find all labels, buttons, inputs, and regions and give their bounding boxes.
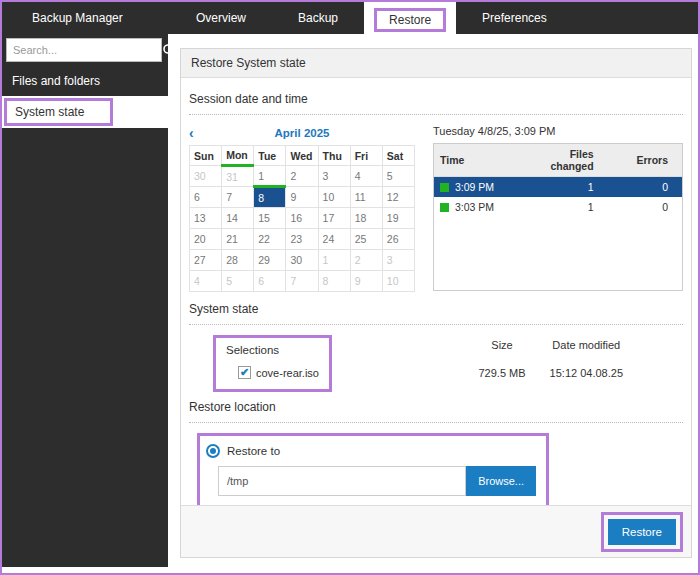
calendar-day-header: Tue xyxy=(254,146,286,166)
calendar-grid-body: 3031123456789101112131415161718192021222… xyxy=(190,166,415,292)
session-status-icon xyxy=(440,183,449,192)
sidebar-nav: Files and foldersSystem state xyxy=(2,66,168,128)
size-header: Size xyxy=(479,339,526,351)
calendar-day[interactable]: 3 xyxy=(382,250,414,271)
calendar-day[interactable]: 2 xyxy=(286,166,318,187)
calendar-day[interactable]: 10 xyxy=(382,271,414,292)
calendar-day[interactable]: 19 xyxy=(382,208,414,229)
calendar-day[interactable]: 13 xyxy=(190,208,222,229)
session-time: 3:09 PM xyxy=(434,177,533,198)
date-modified-value: 15:12 04.08.25 xyxy=(550,367,623,379)
restore-path-input[interactable] xyxy=(218,466,466,496)
restore-button[interactable]: Restore xyxy=(608,519,676,545)
calendar-day[interactable]: 1 xyxy=(254,166,286,187)
sessions-title: Tuesday 4/8/25, 3:09 PM xyxy=(433,125,683,137)
calendar-day[interactable]: 29 xyxy=(254,250,286,271)
section-session-title: Session date and time xyxy=(189,92,683,106)
calendar-day-header: Fri xyxy=(350,146,382,166)
calendar-day[interactable]: 8 xyxy=(254,187,286,208)
sidebar-item-files-and-folders[interactable]: Files and folders xyxy=(2,66,168,96)
app-window: Backup Manager OverviewBackupRestorePref… xyxy=(0,0,700,575)
tab-backup[interactable]: Backup xyxy=(272,2,364,34)
sidebar: Files and foldersSystem state xyxy=(2,34,168,567)
calendar-prev-icon[interactable]: ‹ xyxy=(189,125,209,141)
calendar-day[interactable]: 20 xyxy=(190,229,222,250)
calendar-day-header: Sun xyxy=(190,146,222,166)
calendar-day[interactable]: 18 xyxy=(350,208,382,229)
calendar-day[interactable]: 5 xyxy=(222,271,254,292)
calendar-day[interactable]: 5 xyxy=(382,166,414,187)
calendar-day[interactable]: 28 xyxy=(222,250,254,271)
checkbox-checked-icon[interactable]: ✔ xyxy=(238,366,251,379)
sidebar-item-system-state[interactable]: System state xyxy=(2,96,168,128)
calendar-day[interactable]: 30 xyxy=(190,166,222,187)
panel-footer: Restore xyxy=(181,505,691,557)
calendar-day[interactable]: 7 xyxy=(222,187,254,208)
calendar-day[interactable]: 23 xyxy=(286,229,318,250)
calendar-day[interactable]: 12 xyxy=(382,187,414,208)
session-row[interactable]: 3:09 PM10 xyxy=(434,177,682,198)
radio-selected-icon[interactable] xyxy=(206,444,220,458)
calendar-day[interactable]: 27 xyxy=(190,250,222,271)
tab-overview[interactable]: Overview xyxy=(170,2,272,34)
calendar-day[interactable]: 17 xyxy=(318,208,350,229)
calendar-day[interactable]: 6 xyxy=(254,271,286,292)
calendar-day[interactable]: 30 xyxy=(286,250,318,271)
calendar-day[interactable]: 8 xyxy=(318,271,350,292)
calendar-day[interactable]: 11 xyxy=(350,187,382,208)
calendar-day[interactable]: 2 xyxy=(350,250,382,271)
app-title: Backup Manager xyxy=(2,2,170,34)
size-value: 729.5 MB xyxy=(479,367,526,379)
calendar-day[interactable]: 21 xyxy=(222,229,254,250)
session-row[interactable]: 3:03 PM10 xyxy=(434,197,682,217)
tab-restore[interactable]: Restore xyxy=(364,2,456,34)
restore-to-label: Restore to xyxy=(227,445,280,457)
calendar-day[interactable]: 3 xyxy=(318,166,350,187)
search-input[interactable] xyxy=(6,38,162,62)
content-area: Files and foldersSystem state Restore Sy… xyxy=(2,34,698,573)
session-errors: 0 xyxy=(608,177,682,198)
calendar-day[interactable]: 31 xyxy=(222,166,254,187)
sessions-panel: Tuesday 4/8/25, 3:09 PM TimeFiles change… xyxy=(433,125,683,292)
calendar-day[interactable]: 24 xyxy=(318,229,350,250)
calendar-day[interactable]: 9 xyxy=(286,187,318,208)
session-status-icon xyxy=(440,203,449,212)
tab-preferences[interactable]: Preferences xyxy=(456,2,573,34)
selections-label: Selections xyxy=(226,344,319,356)
calendar-day[interactable]: 14 xyxy=(222,208,254,229)
restore-to-highlight-box: Restore to Browse... xyxy=(197,433,549,505)
browse-button[interactable]: Browse... xyxy=(466,466,536,496)
calendar-day[interactable]: 26 xyxy=(382,229,414,250)
calendar-day[interactable]: 9 xyxy=(350,271,382,292)
sidebar-search-row xyxy=(2,34,168,66)
calendar-day[interactable]: 4 xyxy=(350,166,382,187)
calendar-day-header: Mon xyxy=(222,146,254,166)
calendar-day[interactable]: 1 xyxy=(318,250,350,271)
divider xyxy=(189,324,683,325)
section-system-state-title: System state xyxy=(189,302,683,316)
calendar-day[interactable]: 6 xyxy=(190,187,222,208)
calendar-day[interactable]: 15 xyxy=(254,208,286,229)
selection-item[interactable]: ✔ cove-rear.iso xyxy=(238,366,319,379)
sessions-table-body: 3:09 PM103:03 PM10 xyxy=(434,177,682,218)
date-modified-header: Date modified xyxy=(550,339,623,351)
calendar-month-title: April 2025 xyxy=(209,127,415,139)
sessions-table: TimeFiles changedErrors 3:09 PM103:03 PM… xyxy=(434,144,682,217)
calendar-day-header: Wed xyxy=(286,146,318,166)
calendar-day[interactable]: 7 xyxy=(286,271,318,292)
tab-bar: OverviewBackupRestorePreferences xyxy=(170,2,573,34)
restore-button-highlight-box: Restore xyxy=(601,512,683,552)
divider xyxy=(189,422,683,423)
sessions-column-header: Time xyxy=(434,144,533,177)
restore-to-option[interactable]: Restore to xyxy=(206,444,536,458)
session-errors: 0 xyxy=(608,197,682,217)
main-area: Restore System state Session date and ti… xyxy=(168,34,698,573)
sessions-table-headers: TimeFiles changedErrors xyxy=(434,144,682,177)
calendar-day[interactable]: 16 xyxy=(286,208,318,229)
calendar-day[interactable]: 4 xyxy=(190,271,222,292)
calendar-day[interactable]: 22 xyxy=(254,229,286,250)
calendar-day[interactable]: 25 xyxy=(350,229,382,250)
divider xyxy=(189,114,683,115)
selections-highlight-box: Selections ✔ cove-rear.iso xyxy=(213,335,332,392)
calendar-day[interactable]: 10 xyxy=(318,187,350,208)
